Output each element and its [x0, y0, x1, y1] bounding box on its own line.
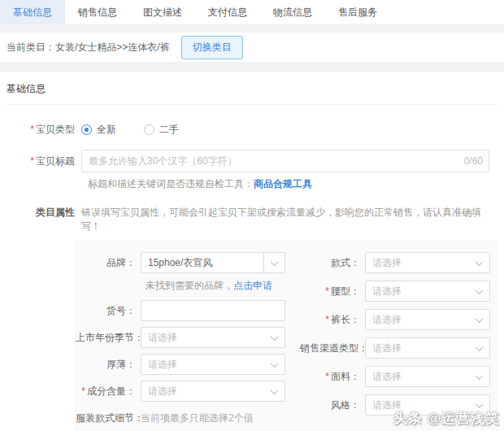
chevron-down-icon	[468, 338, 489, 358]
style-detail-row: 服装款式细节： 当前项最多只能选择2个值	[76, 411, 285, 425]
waist-type-row: *腰型： 请选择	[300, 281, 490, 302]
category-attr-label: 类目属性	[7, 206, 81, 220]
sales-channel-row: 销售渠道类型： 请选择	[300, 337, 490, 359]
style-select[interactable]: 请选择	[365, 252, 490, 273]
composition-select[interactable]: 请选择	[141, 381, 285, 402]
tab-sales-info[interactable]: 销售信息	[65, 0, 130, 24]
radio-used[interactable]: 二手	[144, 123, 179, 137]
chevron-down-icon	[263, 328, 285, 347]
required-mark: *	[325, 314, 329, 325]
basic-info-section: 基础信息 *宝贝类型 全新 二手 *宝贝标题 0/60 标题和描述关键词是否违规…	[0, 72, 504, 431]
brand-hint-text: 未找到需要的品牌，	[146, 280, 233, 291]
title-compliance-hint: 标题和描述关键词是否违规自检工具：商品合规工具	[88, 177, 497, 191]
required-mark: *	[81, 385, 85, 397]
item-type-row: *宝贝类型 全新 二手	[7, 123, 497, 137]
brand-select[interactable]: 15phoe/衣宣风	[141, 252, 285, 273]
category-attr-warning: 错误填写宝贝属性，可能会引起宝贝下架或搜索流量减少，影响您的正常销售，请认真准确…	[81, 206, 497, 233]
radio-new[interactable]: 全新	[81, 123, 116, 137]
tab-basic-info[interactable]: 基础信息	[0, 0, 65, 24]
pants-length-select[interactable]: 请选择	[365, 309, 490, 330]
radio-selected-icon	[81, 124, 92, 135]
sales-channel-select[interactable]: 请选择	[365, 337, 490, 359]
thickness-select[interactable]: 请选择	[141, 354, 285, 375]
brand-row: 品牌： 15phoe/衣宣风	[76, 252, 285, 273]
season-label: 上市年份季节：	[76, 331, 141, 345]
season-select-value: 请选择	[141, 331, 263, 345]
required-mark: *	[30, 155, 34, 167]
brand-apply-hint: 未找到需要的品牌，点击申请	[146, 279, 285, 293]
tab-after-sales[interactable]: 售后服务	[325, 0, 390, 24]
composition-select-value: 请选择	[141, 385, 263, 398]
chevron-down-icon	[263, 253, 285, 272]
required-mark: *	[30, 124, 34, 135]
style-row: 款式： 请选择	[300, 252, 490, 273]
composition-label: *成分含量：	[76, 385, 141, 398]
chevron-down-icon	[263, 381, 285, 401]
article-number-row: 货号：	[76, 300, 285, 321]
item-title-input[interactable]	[81, 150, 489, 172]
article-number-label: 货号：	[76, 304, 141, 318]
required-mark: *	[325, 285, 329, 297]
waist-type-select-value: 请选择	[366, 285, 468, 298]
waist-type-select[interactable]: 请选择	[365, 281, 490, 302]
fabric-select[interactable]: 请选择	[365, 366, 490, 387]
radio-unselected-icon	[144, 124, 154, 135]
style-detail-label: 服装款式细节：	[76, 411, 141, 425]
sales-channel-label: 销售渠道类型：	[300, 342, 365, 355]
watermark: 头条 @运营浅笑	[393, 409, 500, 428]
brand-apply-link[interactable]: 点击申请	[233, 280, 272, 291]
category-attr-row: 类目属性 错误填写宝贝属性，可能会引起宝贝下架或搜索流量减少，影响您的正常销售，…	[7, 206, 497, 233]
radio-used-label: 二手	[159, 123, 179, 137]
composition-row: *成分含量： 请选择	[76, 381, 285, 402]
attr-column-right: 款式： 请选择 *腰型： 请选择 *裤长： 请选择	[300, 252, 490, 431]
tab-description[interactable]: 图文描述	[130, 0, 195, 24]
item-title-input-wrap: 0/60	[81, 150, 489, 172]
article-number-input[interactable]	[141, 300, 285, 321]
attribute-panel: 品牌： 15phoe/衣宣风 未找到需要的品牌，点击申请 货号： 上市年份季节：…	[75, 240, 497, 431]
thickness-select-value: 请选择	[141, 358, 263, 372]
chevron-down-icon	[468, 310, 489, 329]
top-tab-bar: 基础信息 销售信息 图文描述 支付信息 物流信息 售后服务	[0, 0, 504, 24]
chevron-down-icon	[263, 355, 285, 374]
fabric-select-value: 请选择	[366, 370, 468, 384]
thickness-label: 厚薄：	[76, 358, 141, 372]
required-mark: *	[325, 371, 329, 382]
fabric-label: *面料：	[300, 370, 365, 384]
item-title-label: *宝贝标题	[7, 155, 81, 168]
radio-new-label: 全新	[97, 123, 116, 137]
pants-length-label: *裤长：	[300, 313, 365, 327]
season-row: 上市年份季节： 请选择	[76, 327, 285, 348]
season-select[interactable]: 请选择	[141, 327, 285, 348]
chevron-down-icon	[468, 281, 489, 301]
chevron-down-icon	[468, 367, 489, 386]
fashion-style-label: 风格：	[300, 398, 365, 412]
style-detail-note: 当前项最多只能选择2个值	[141, 411, 254, 425]
waist-type-label: *腰型：	[300, 285, 365, 298]
compliance-tool-link[interactable]: 商品合规工具	[254, 178, 312, 189]
fabric-row: *面料： 请选择	[300, 366, 490, 387]
char-counter: 0/60	[464, 155, 483, 167]
tab-logistics-info[interactable]: 物流信息	[260, 0, 325, 24]
style-label: 款式：	[300, 256, 365, 270]
current-category-bar: 当前类目：女装/女士精品>>连体衣/裤 切换类目	[0, 33, 504, 62]
tab-payment-info[interactable]: 支付信息	[195, 0, 260, 24]
item-title-row: *宝贝标题 0/60	[7, 150, 497, 172]
brand-label: 品牌：	[76, 256, 141, 270]
switch-category-button[interactable]: 切换类目	[181, 36, 243, 59]
pants-length-row: *裤长： 请选择	[300, 309, 490, 330]
breadcrumb: 当前类目：女装/女士精品>>连体衣/裤	[7, 41, 170, 54]
pants-length-select-value: 请选择	[366, 313, 468, 327]
brand-select-value: 15phoe/衣宣风	[141, 256, 263, 270]
sales-channel-select-value: 请选择	[366, 342, 468, 355]
item-type-label: *宝贝类型	[7, 123, 81, 137]
section-title: 基础信息	[7, 72, 497, 105]
hint-text: 标题和描述关键词是否违规自检工具：	[88, 178, 254, 189]
style-select-value: 请选择	[366, 256, 468, 270]
thickness-row: 厚薄： 请选择	[76, 354, 285, 375]
chevron-down-icon	[468, 253, 489, 272]
attr-column-left: 品牌： 15phoe/衣宣风 未找到需要的品牌，点击申请 货号： 上市年份季节：…	[76, 252, 285, 431]
